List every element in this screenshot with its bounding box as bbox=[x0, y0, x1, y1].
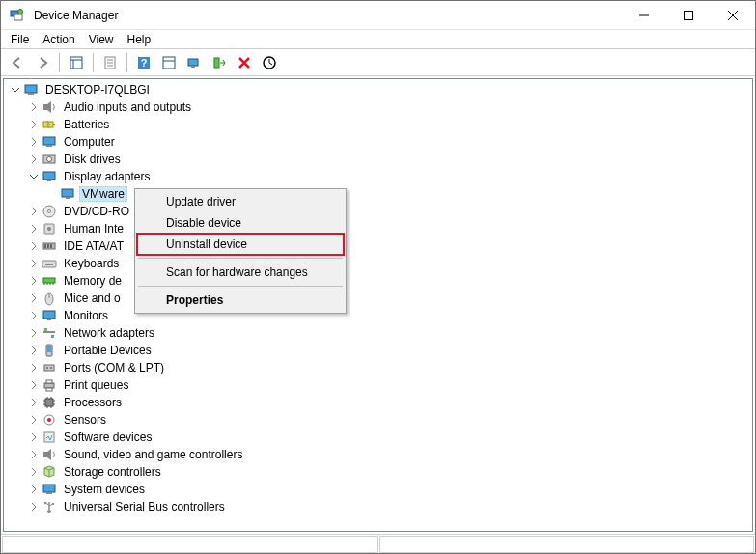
tree-category-label: Network adapters bbox=[61, 325, 157, 341]
tree-category[interactable]: Computer bbox=[26, 133, 752, 151]
expander-placeholder bbox=[44, 186, 60, 202]
scan-hardware-button[interactable] bbox=[258, 51, 281, 74]
tree-category-label: Print queues bbox=[61, 377, 131, 393]
expand-icon[interactable] bbox=[26, 447, 42, 462]
tree-category[interactable]: Processors bbox=[26, 394, 752, 411]
context-menu-item[interactable]: Properties bbox=[137, 290, 344, 311]
tree-category[interactable]: System devices bbox=[26, 481, 752, 498]
svg-rect-63 bbox=[47, 346, 51, 352]
context-menu-item[interactable]: Disable device bbox=[137, 212, 344, 234]
maximize-button[interactable] bbox=[666, 1, 711, 29]
svg-point-66 bbox=[50, 367, 52, 369]
svg-rect-18 bbox=[188, 59, 198, 66]
expand-icon[interactable] bbox=[26, 429, 42, 445]
tree-category[interactable]: Network adapters bbox=[26, 324, 752, 342]
properties-sheet-button[interactable] bbox=[98, 51, 122, 74]
expand-icon[interactable] bbox=[26, 343, 42, 358]
expand-icon[interactable] bbox=[26, 117, 42, 132]
expand-icon[interactable] bbox=[26, 325, 42, 341]
display-icon bbox=[60, 186, 75, 202]
properties-button[interactable] bbox=[157, 51, 181, 74]
svg-rect-4 bbox=[685, 11, 693, 19]
expand-icon[interactable] bbox=[26, 152, 42, 167]
uninstall-device-button[interactable] bbox=[233, 51, 256, 74]
tree-category[interactable]: Ports (COM & LPT) bbox=[26, 359, 752, 376]
minimize-button[interactable] bbox=[622, 1, 666, 29]
svg-rect-50 bbox=[43, 278, 55, 283]
svg-rect-70 bbox=[45, 399, 53, 406]
tree-category[interactable]: Sound, video and game controllers bbox=[26, 446, 752, 463]
expand-icon[interactable] bbox=[26, 412, 42, 428]
tree-device-label: VMware bbox=[79, 186, 127, 202]
tree-category-label: Universal Serial Bus controllers bbox=[61, 499, 228, 514]
expand-icon[interactable] bbox=[26, 99, 42, 115]
expand-icon[interactable] bbox=[26, 308, 42, 323]
svg-rect-48 bbox=[50, 263, 52, 263]
enable-device-button[interactable] bbox=[208, 51, 231, 74]
expand-icon[interactable] bbox=[26, 238, 42, 254]
expand-icon[interactable] bbox=[26, 499, 42, 514]
context-menu-item[interactable]: Scan for hardware changes bbox=[137, 262, 344, 283]
svg-rect-7 bbox=[70, 57, 82, 69]
display-icon bbox=[42, 169, 57, 184]
tree-category[interactable]: Sensors bbox=[26, 411, 752, 429]
context-menu-item[interactable]: Update driver bbox=[137, 191, 344, 212]
expand-icon[interactable] bbox=[26, 482, 42, 497]
tree-category-label: Audio inputs and outputs bbox=[61, 99, 194, 115]
svg-point-40 bbox=[47, 227, 51, 231]
expand-icon[interactable] bbox=[26, 291, 42, 306]
tree-category-label: Disk drives bbox=[61, 152, 124, 167]
tree-category-label: Software devices bbox=[61, 429, 154, 445]
tree-category-label: Display adapters bbox=[61, 169, 153, 184]
tree-category[interactable]: Disk drives bbox=[26, 151, 752, 168]
menu-action[interactable]: Action bbox=[42, 33, 74, 46]
context-menu-item[interactable]: Uninstall device bbox=[137, 234, 344, 255]
back-button[interactable] bbox=[6, 51, 29, 74]
svg-rect-1 bbox=[14, 14, 22, 20]
svg-rect-60 bbox=[44, 328, 47, 331]
statusbar-cell bbox=[2, 536, 378, 553]
collapse-icon[interactable] bbox=[26, 169, 42, 184]
tree-category[interactable]: Software devices bbox=[26, 429, 752, 446]
tree-category[interactable]: Universal Serial Bus controllers bbox=[26, 498, 752, 515]
tree-category-label: Portable Devices bbox=[61, 343, 154, 358]
menu-help[interactable]: Help bbox=[127, 33, 152, 46]
context-menu-separator bbox=[138, 286, 343, 287]
collapse-icon[interactable] bbox=[8, 82, 23, 97]
show-hidden-button[interactable] bbox=[65, 51, 88, 74]
svg-rect-45 bbox=[42, 261, 56, 267]
tree-category[interactable]: Audio inputs and outputs bbox=[26, 98, 752, 116]
svg-rect-24 bbox=[25, 85, 37, 93]
svg-rect-69 bbox=[46, 388, 52, 391]
tree-category[interactable]: Display adapters bbox=[26, 168, 752, 185]
close-button[interactable] bbox=[711, 1, 755, 29]
app-icon bbox=[9, 8, 24, 23]
update-driver-button[interactable] bbox=[182, 51, 206, 74]
expand-icon[interactable] bbox=[26, 204, 42, 219]
expand-icon[interactable] bbox=[26, 464, 42, 480]
svg-rect-49 bbox=[45, 264, 53, 265]
expand-icon[interactable] bbox=[26, 377, 42, 393]
menu-file[interactable]: File bbox=[11, 33, 29, 46]
forward-button[interactable] bbox=[31, 51, 54, 74]
expand-icon[interactable] bbox=[26, 256, 42, 271]
expand-icon[interactable] bbox=[26, 134, 42, 150]
expand-icon[interactable] bbox=[26, 360, 42, 375]
tree-category[interactable]: Batteries bbox=[26, 116, 752, 133]
svg-rect-35 bbox=[62, 189, 73, 197]
menubar: File Action View Help bbox=[1, 30, 755, 49]
help-button[interactable]: ? bbox=[132, 51, 155, 74]
expand-icon[interactable] bbox=[26, 273, 42, 289]
tree-category-label: System devices bbox=[61, 482, 148, 497]
svg-point-38 bbox=[48, 210, 51, 213]
tree-root[interactable]: DESKTOP-I7QLBGI bbox=[8, 81, 752, 98]
expand-icon[interactable] bbox=[26, 395, 42, 410]
tree-category-label: IDE ATA/AT bbox=[61, 238, 126, 254]
tree-category[interactable]: Print queues bbox=[26, 376, 752, 394]
svg-rect-42 bbox=[44, 244, 46, 248]
menu-view[interactable]: View bbox=[89, 33, 114, 46]
tree-category[interactable]: Storage controllers bbox=[26, 463, 752, 481]
tree-category[interactable]: Portable Devices bbox=[26, 342, 752, 359]
keyboard-icon bbox=[42, 256, 57, 271]
expand-icon[interactable] bbox=[26, 221, 42, 236]
